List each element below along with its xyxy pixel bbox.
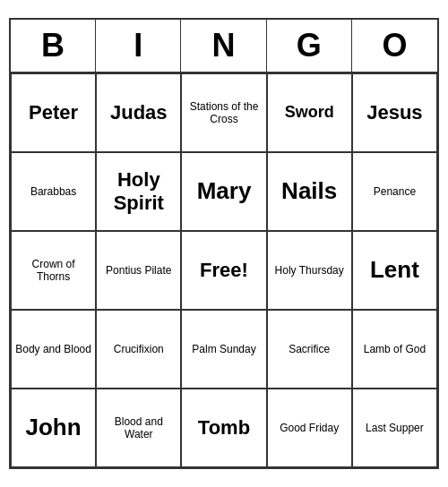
bingo-cell-text-6: Holy Spirit	[100, 168, 177, 216]
bingo-cell-text-19: Lamb of God	[364, 343, 426, 355]
bingo-cell-text-21: Blood and Water	[100, 415, 177, 441]
bingo-cell-13: Holy Thursday	[267, 231, 352, 310]
bingo-cell-24: Last Supper	[352, 389, 437, 467]
bingo-cell-text-13: Holy Thursday	[275, 264, 344, 277]
header-letter-o: O	[352, 20, 437, 72]
bingo-cell-22: Tomb	[181, 389, 266, 467]
bingo-cell-text-0: Peter	[29, 101, 78, 124]
bingo-cell-3: Sword	[267, 73, 352, 152]
header-letter-i: I	[96, 20, 181, 72]
bingo-cell-text-16: Crucifixion	[114, 343, 164, 355]
bingo-cell-text-2: Stations of the Cross	[185, 100, 262, 126]
bingo-cell-16: Crucifixion	[96, 310, 181, 389]
bingo-cell-17: Palm Sunday	[181, 310, 266, 389]
bingo-cell-text-1: Judas	[110, 101, 168, 124]
bingo-cell-text-12: Free!	[200, 259, 248, 282]
bingo-cell-0: Peter	[11, 73, 96, 152]
bingo-cell-21: Blood and Water	[96, 389, 181, 467]
bingo-cell-text-7: Mary	[197, 177, 252, 205]
bingo-cell-6: Holy Spirit	[96, 152, 181, 231]
bingo-cell-text-23: Good Friday	[280, 422, 339, 434]
bingo-cell-20: John	[11, 389, 96, 467]
bingo-cell-5: Barabbas	[11, 152, 96, 231]
bingo-cell-9: Penance	[352, 152, 437, 231]
bingo-grid: PeterJudasStations of the CrossSwordJesu…	[11, 73, 437, 467]
bingo-cell-text-11: Pontius Pilate	[106, 264, 171, 277]
bingo-cell-text-5: Barabbas	[30, 185, 76, 198]
bingo-cell-14: Lent	[352, 231, 437, 310]
bingo-cell-2: Stations of the Cross	[181, 73, 266, 152]
bingo-cell-text-4: Jesus	[366, 101, 422, 124]
bingo-cell-text-15: Body and Blood	[15, 343, 91, 355]
bingo-cell-text-9: Penance	[374, 185, 416, 198]
bingo-header: BINGO	[11, 20, 437, 73]
bingo-cell-text-10: Crown of Thorns	[15, 258, 91, 284]
bingo-cell-text-20: John	[26, 414, 82, 441]
bingo-cell-text-22: Tomb	[198, 416, 250, 440]
bingo-cell-4: Jesus	[352, 73, 437, 152]
bingo-cell-text-8: Nails	[281, 177, 337, 205]
bingo-card: BINGO PeterJudasStations of the CrossSwo…	[9, 18, 439, 469]
bingo-cell-19: Lamb of God	[352, 310, 437, 389]
bingo-cell-7: Mary	[181, 152, 266, 231]
bingo-cell-10: Crown of Thorns	[11, 231, 96, 310]
bingo-cell-11: Pontius Pilate	[96, 231, 181, 310]
bingo-cell-15: Body and Blood	[11, 310, 96, 389]
bingo-cell-12: Free!	[181, 231, 266, 310]
header-letter-b: B	[11, 20, 96, 72]
bingo-cell-text-14: Lent	[370, 256, 419, 284]
bingo-cell-23: Good Friday	[267, 389, 352, 467]
bingo-cell-text-17: Palm Sunday	[192, 343, 255, 355]
bingo-cell-text-18: Sacrifice	[289, 343, 330, 355]
bingo-cell-text-3: Sword	[285, 103, 334, 123]
header-letter-g: G	[267, 20, 352, 72]
bingo-cell-18: Sacrifice	[267, 310, 352, 389]
bingo-cell-1: Judas	[96, 73, 181, 152]
bingo-cell-text-24: Last Supper	[366, 422, 424, 434]
bingo-cell-8: Nails	[267, 152, 352, 231]
header-letter-n: N	[181, 20, 266, 72]
